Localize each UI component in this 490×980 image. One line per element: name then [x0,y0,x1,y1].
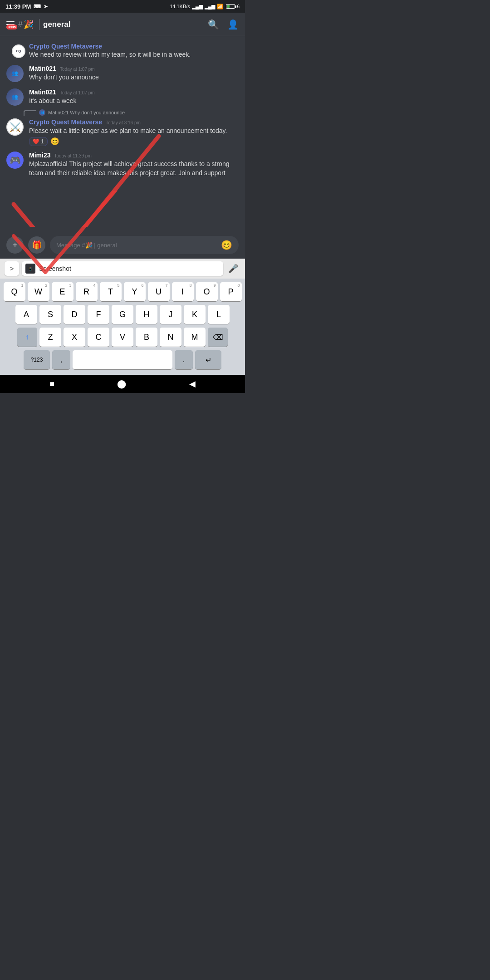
comma-key[interactable]: , [52,350,70,369]
hamburger-menu[interactable]: 3985 [6,21,15,28]
stop-button[interactable]: ■ [49,379,54,389]
header-actions: 🔍 👤 [208,19,239,30]
predictive-expand-button[interactable]: > [5,261,19,276]
home-button[interactable]: ⬤ [117,379,126,389]
delete-key[interactable]: ⌫ [208,328,228,347]
header-divider [39,19,39,30]
key-q[interactable]: 1Q [4,282,25,301]
key-e[interactable]: 3E [52,282,74,301]
message-group: ⚔️ Crypto Quest Metaverse Today at 3:16 … [0,117,245,148]
reply-text: Matin021 Why don't you announce [48,110,125,115]
reaction-count: 1 [41,138,44,145]
add-button[interactable]: + [6,236,24,254]
period-key[interactable]: . [175,350,193,369]
profile-icon[interactable]: 👤 [227,19,239,30]
reaction-heart[interactable]: ❤️ 1 [29,137,48,146]
message-timestamp: Today at 11:39 pm [54,153,91,158]
key-d[interactable]: D [64,305,85,324]
keyboard: 1Q 2W 3E 4R 5T 6Y 7U 8I 9O 0P A S D F G … [0,279,245,375]
avatar-cqm: CQ [12,44,25,58]
signal2-icon: ▂▄▆ [205,4,216,10]
key-u[interactable]: 7U [148,282,170,301]
microphone-button[interactable]: 🎤 [226,261,240,276]
avatar-cqm2: ⚔️ [6,118,24,136]
time-display: 11:39 PM [5,3,31,10]
key-j[interactable]: J [160,305,181,324]
message-text: Please wait a little longer as we plan t… [29,127,227,134]
input-placeholder: Message #🎉 | general [56,242,117,249]
key-b[interactable]: B [136,328,157,347]
avatar-matin2: 👥 [6,88,24,106]
signal-icon: ▂▄▆ [192,4,203,10]
message-username: Matin021 [29,65,56,72]
key-v[interactable]: V [112,328,133,347]
battery-level: 6 [237,4,240,9]
back-button[interactable]: ◀ [189,379,196,389]
key-c[interactable]: C [88,328,109,347]
message-content: Matin021 Today at 1:07 pm It's about a w… [29,88,239,106]
numbers-key[interactable]: ?123 [24,350,50,369]
key-r[interactable]: 4R [76,282,98,301]
reply-reference: 👥 Matin021 Why don't you announce [0,109,245,116]
message-username: Crypto Quest Metaverse [29,118,102,126]
key-n[interactable]: N [160,328,181,347]
avatar-matin: 👥 [6,65,24,82]
message-group: 👥 Matin021 Today at 1:07 pm Why don't yo… [0,62,245,85]
avatar-mimi: 🎮 [6,152,24,169]
key-f[interactable]: F [88,305,109,324]
notification-badge: 3985 [6,24,17,29]
reactions-container: ❤️ 1 😊 [29,137,239,146]
send-icon: ➤ [44,4,48,10]
shift-key[interactable]: ↑ [17,328,37,347]
messages-area: CQ Crypto Quest Metaverse We need to rev… [0,36,245,231]
key-x[interactable]: X [64,328,85,347]
gift-icon: 🎁 [32,240,42,250]
message-group: 🎮 Mimi23 Today at 11:39 pm Mplazaofficia… [0,149,245,180]
message-group: CQ Crypto Quest Metaverse We need to rev… [0,41,245,61]
channel-header: 3985 # 🎉 general 🔍 👤 [0,13,245,36]
reaction-emoji: ❤️ [33,138,39,145]
message-input-field[interactable]: Message #🎉 | general 😊 [50,236,239,254]
screenshot-suggestion[interactable]: 📱 Screenshot [22,261,223,276]
key-s[interactable]: S [39,305,61,324]
status-bar: 11:39 PM ⌨ ➤ 14.1KB/s ▂▄▆ ▂▄▆ 📶 6 [0,0,245,13]
message-input-area: + 🎁 Message #🎉 | general 😊 [0,231,245,259]
key-w[interactable]: 2W [28,282,49,301]
key-y[interactable]: 6Y [124,282,146,301]
gift-button[interactable]: 🎁 [28,236,45,254]
search-icon[interactable]: 🔍 [208,19,219,30]
key-h[interactable]: H [136,305,157,324]
message-group: 👥 Matin021 Today at 1:07 pm It's about a… [0,86,245,108]
key-a[interactable]: A [15,305,37,324]
key-l[interactable]: L [208,305,230,324]
key-t[interactable]: 5T [100,282,122,301]
key-k[interactable]: K [184,305,206,324]
message-content: Crypto Quest Metaverse Today at 3:16 pm … [29,118,239,147]
nav-bar: ■ ⬤ ◀ [0,375,245,393]
wifi-icon: 📶 [217,4,223,10]
message-content: Matin021 Today at 1:07 pm Why don't you … [29,65,239,82]
key-p[interactable]: 0P [220,282,242,301]
key-m[interactable]: M [184,328,206,347]
emoji-button[interactable]: 😊 [221,240,232,250]
key-i[interactable]: 8I [172,282,194,301]
space-key[interactable] [73,350,172,369]
reply-avatar: 👥 [39,109,45,116]
key-o[interactable]: 9O [196,282,218,301]
message-timestamp: Today at 1:07 pm [60,90,95,95]
keyboard-row-3: ↑ Z X C V B N M ⌫ [2,328,243,347]
message-content: Mimi23 Today at 11:39 pm Mplazaofficial … [29,152,239,177]
keyboard-icon: ⌨ [34,4,41,10]
channel-name: general [43,20,208,29]
key-z[interactable]: Z [39,328,61,347]
message-text: Mplazaofficial This project will achieve… [29,160,229,176]
message-timestamp: Today at 3:16 pm [106,120,141,125]
return-key[interactable]: ↵ [195,350,221,369]
key-g[interactable]: G [112,305,133,324]
add-reaction-button[interactable]: 😊 [50,137,59,146]
keyboard-row-2: A S D F G H J K L [2,305,243,324]
message-text: It's about a week [29,97,77,104]
data-speed: 14.1KB/s [170,4,190,9]
status-time: 11:39 PM ⌨ ➤ [5,3,48,10]
plus-icon: + [12,240,18,250]
